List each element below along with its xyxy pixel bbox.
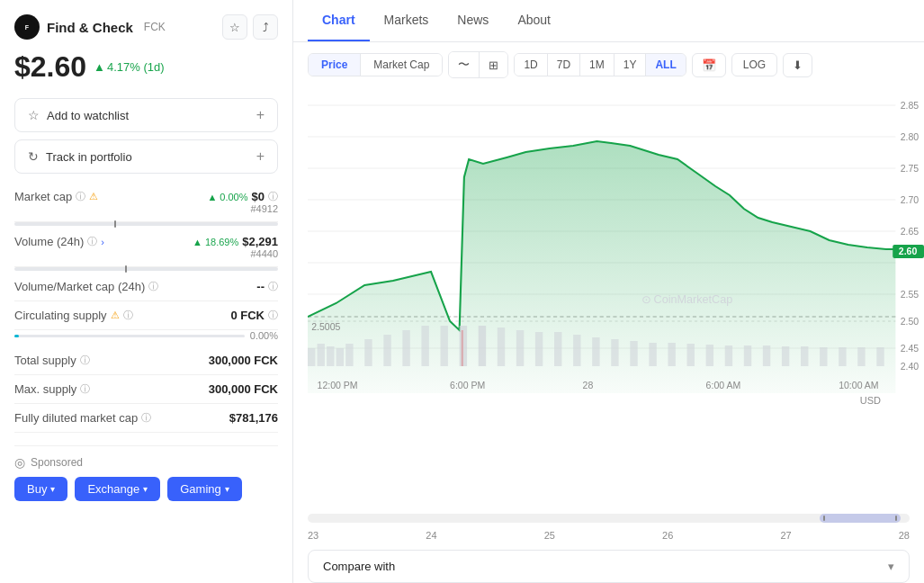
time-1m[interactable]: 1M: [580, 54, 615, 76]
svg-text:F: F: [25, 24, 30, 31]
vol-value: $2,291: [242, 235, 278, 248]
svg-rect-21: [441, 326, 448, 366]
plus-icon-2: +: [256, 148, 265, 165]
mini-x-23: 23: [308, 530, 318, 541]
info-icon-max[interactable]: ⓘ: [80, 382, 90, 396]
share-button[interactable]: ⤴: [253, 14, 278, 40]
buy-buttons-group: Buy ▾ Exchange ▾ Gaming ▾: [14, 477, 278, 501]
mcap-rank: #4912: [207, 203, 278, 214]
vol-change: ▲ 18.69%: [193, 237, 238, 247]
svg-text:2.75: 2.75: [901, 164, 920, 174]
mcap-change: ▲ 0.00%: [207, 192, 247, 202]
arrow-up-icon: ▲: [94, 60, 105, 74]
candle-chart-icon[interactable]: ⊞: [480, 52, 507, 77]
volume-24h-value-group: ▲ 18.69% $2,291 #4440: [193, 235, 278, 259]
scroll-bar-area: [293, 510, 924, 526]
scroll-thumb[interactable]: [820, 514, 901, 523]
svg-rect-32: [649, 343, 656, 366]
tab-markets[interactable]: Markets: [370, 0, 444, 41]
gaming-label: Gaming: [180, 482, 221, 496]
info-icon-mcap[interactable]: ⓘ: [76, 190, 85, 203]
max-supply-label: Max. supply ⓘ: [14, 382, 90, 396]
svg-rect-34: [687, 344, 695, 366]
info-icon-total[interactable]: ⓘ: [80, 354, 90, 367]
svg-rect-30: [611, 339, 618, 366]
svg-text:2.80: 2.80: [901, 132, 920, 142]
current-price-label: 2.60: [899, 247, 918, 256]
chart-controls: Price Market Cap 〜 ⊞ 1D 7D 1M 1Y ALL 📅 L…: [293, 42, 924, 87]
scroll-handle-left: [823, 516, 825, 521]
fdmc-label: Fully diluted market cap ⓘ: [14, 411, 151, 425]
time-range-toggle: 1D 7D 1M 1Y ALL: [514, 53, 686, 76]
star-button[interactable]: ☆: [222, 14, 247, 40]
svg-rect-39: [782, 346, 789, 366]
time-7d[interactable]: 7D: [548, 54, 580, 76]
info-icon-volmcap2[interactable]: ⓘ: [268, 280, 278, 293]
price-change: ▲ 4.17% (1d): [94, 60, 164, 74]
svg-rect-44: [876, 347, 884, 366]
info-icon-vol[interactable]: ⓘ: [87, 235, 97, 248]
volume-expand[interactable]: ›: [101, 237, 104, 247]
exchange-button[interactable]: Exchange ▾: [75, 477, 160, 501]
portfolio-label: Track in portfolio: [46, 150, 132, 164]
svg-rect-28: [573, 335, 580, 366]
mcap-value: $0: [252, 190, 265, 203]
svg-text:2.50: 2.50: [901, 317, 920, 327]
svg-rect-42: [839, 347, 846, 366]
time-1d[interactable]: 1D: [515, 54, 547, 76]
svg-text:6:00 PM: 6:00 PM: [450, 381, 485, 390]
info-icon-supply[interactable]: ⓘ: [123, 309, 133, 322]
time-all[interactable]: ALL: [646, 54, 685, 76]
watermark: ⊙ CoinMarketCap: [641, 293, 733, 306]
svg-rect-35: [706, 345, 713, 366]
scroll-track: [308, 514, 910, 523]
circ-supply-label: Circulating supply ⚠ ⓘ: [14, 309, 133, 322]
tab-news[interactable]: News: [443, 0, 503, 41]
price-value: $2.60: [14, 50, 86, 84]
svg-rect-29: [592, 337, 599, 366]
circ-supply-pct: 0.00%: [250, 330, 278, 341]
vol-rank: #4440: [193, 248, 278, 259]
calendar-icon[interactable]: 📅: [692, 53, 726, 77]
warn-icon-mcap: ⚠: [89, 191, 98, 202]
svg-rect-33: [668, 343, 675, 366]
svg-rect-41: [820, 347, 827, 366]
info-icon-supply2[interactable]: ⓘ: [268, 309, 278, 322]
svg-rect-15: [336, 348, 344, 366]
start-label: 2.5005: [311, 322, 341, 332]
price-button[interactable]: Price: [309, 54, 361, 76]
svg-rect-31: [630, 341, 637, 366]
total-supply-row: Total supply ⓘ 300,000 FCK: [14, 346, 278, 375]
volume-24h-label: Volume (24h) ⓘ ›: [14, 235, 104, 248]
log-button[interactable]: LOG: [731, 53, 777, 76]
time-1y[interactable]: 1Y: [615, 54, 647, 76]
compare-bar[interactable]: Compare with ▾: [308, 550, 910, 583]
vol-mcap-value: --: [256, 280, 265, 293]
total-supply-label: Total supply ⓘ: [14, 354, 90, 367]
tab-about[interactable]: About: [503, 0, 565, 41]
mini-x-27: 27: [780, 530, 791, 541]
buy-chevron: ▾: [50, 484, 55, 494]
gaming-chevron: ▾: [225, 484, 229, 494]
market-cap-value-group: ▲ 0.00% $0 ⓘ #4912: [207, 190, 278, 214]
info-icon-mcap2[interactable]: ⓘ: [268, 190, 278, 203]
gaming-button[interactable]: Gaming ▾: [167, 477, 242, 501]
svg-rect-14: [327, 346, 334, 366]
svg-rect-12: [308, 348, 315, 366]
market-cap-row: Market cap ⓘ ⚠ ▲ 0.00% $0 ⓘ #4912: [14, 183, 278, 222]
info-icon-volmcap[interactable]: ⓘ: [148, 280, 158, 293]
svg-rect-17: [364, 339, 372, 366]
track-portfolio-button[interactable]: ↻ Track in portfolio +: [14, 139, 278, 174]
svg-rect-38: [763, 345, 770, 366]
buy-label: Buy: [27, 482, 47, 496]
market-cap-button[interactable]: Market Cap: [361, 54, 442, 76]
line-chart-icon[interactable]: 〜: [449, 52, 480, 77]
add-watchlist-button[interactable]: ☆ Add to watchlist +: [14, 98, 278, 132]
usd-label: USD: [308, 395, 924, 406]
tab-chart[interactable]: Chart: [308, 0, 370, 41]
watchlist-icon: ☆: [28, 108, 40, 122]
download-button[interactable]: ⬇: [783, 53, 812, 77]
svg-text:28: 28: [583, 381, 594, 390]
info-icon-fdmc[interactable]: ⓘ: [141, 411, 151, 425]
buy-button[interactable]: Buy ▾: [14, 477, 67, 501]
